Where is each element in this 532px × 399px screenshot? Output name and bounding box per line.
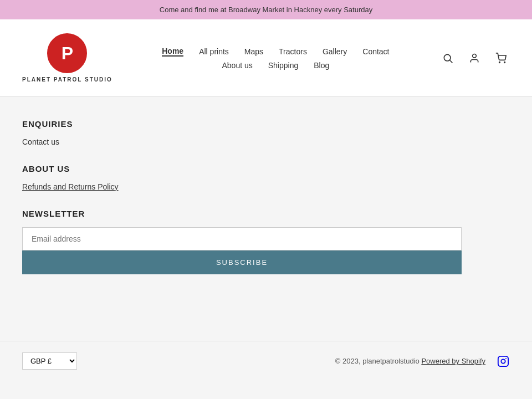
instagram-icon: [497, 355, 509, 367]
nav-shipping[interactable]: Shipping: [268, 61, 299, 70]
footer-right: © 2023, planetpatrolstudio Powered by Sh…: [335, 355, 510, 368]
svg-rect-5: [498, 356, 508, 366]
logo[interactable]: P PLANET PATROL STUDIO: [22, 33, 112, 83]
search-icon: [442, 53, 453, 64]
svg-line-1: [450, 60, 453, 63]
footer: GBP £ USD $ EUR € © 2023, planetpatrolst…: [0, 341, 532, 381]
enquiries-title: Enquiries: [22, 119, 510, 129]
svg-point-6: [501, 359, 505, 363]
svg-point-4: [504, 62, 505, 63]
svg-point-0: [444, 54, 451, 61]
header-actions: [439, 49, 510, 67]
svg-point-2: [473, 54, 477, 58]
nav-blog[interactable]: Blog: [314, 61, 329, 70]
nav-top-row: Home All prints Maps Tractors Gallery Co…: [162, 47, 389, 57]
subscribe-button[interactable]: SUBSCRIBE: [22, 250, 462, 274]
copyright-text: © 2023, planetpatrolstudio Powered by Sh…: [335, 357, 485, 365]
currency-selector[interactable]: GBP £ USD $ EUR €: [22, 352, 77, 370]
header: P PLANET PATROL STUDIO Home All prints M…: [0, 19, 532, 97]
cart-icon: [495, 53, 507, 64]
enquiries-section: Enquiries Contact us: [22, 119, 510, 146]
login-button[interactable]: [466, 49, 483, 67]
nav-gallery[interactable]: Gallery: [323, 47, 347, 56]
nav-contact[interactable]: Contact: [362, 47, 389, 56]
about-section: About us Refunds and Returns Policy: [22, 164, 510, 191]
logo-text: PLANET PATROL STUDIO: [22, 76, 112, 83]
nav-about[interactable]: About us: [222, 61, 252, 70]
svg-point-7: [505, 358, 507, 359]
top-banner: Come and find me at Broadway Market in H…: [0, 0, 532, 19]
contact-us-link[interactable]: Contact us: [22, 137, 510, 146]
search-button[interactable]: [439, 49, 457, 67]
logo-icon: P: [47, 33, 87, 73]
user-icon: [469, 53, 480, 64]
banner-text: Come and find me at Broadway Market in H…: [160, 6, 372, 14]
nav-tractors[interactable]: Tractors: [279, 47, 307, 56]
instagram-link[interactable]: [497, 355, 510, 368]
email-input[interactable]: [22, 227, 462, 250]
main-nav: Home All prints Maps Tractors Gallery Co…: [162, 47, 389, 70]
cart-button[interactable]: [492, 49, 510, 67]
newsletter-title: Newsletter: [22, 209, 510, 218]
refunds-link[interactable]: Refunds and Returns Policy: [22, 182, 510, 191]
newsletter-section: Newsletter SUBSCRIBE: [22, 209, 510, 274]
nav-all-prints[interactable]: All prints: [199, 47, 229, 56]
nav-bottom-row: About us Shipping Blog: [222, 61, 329, 70]
nav-home[interactable]: Home: [162, 47, 183, 57]
nav-maps[interactable]: Maps: [244, 47, 263, 56]
svg-point-3: [499, 62, 500, 63]
main-content: Enquiries Contact us About us Refunds an…: [0, 97, 532, 341]
about-title: About us: [22, 164, 510, 173]
